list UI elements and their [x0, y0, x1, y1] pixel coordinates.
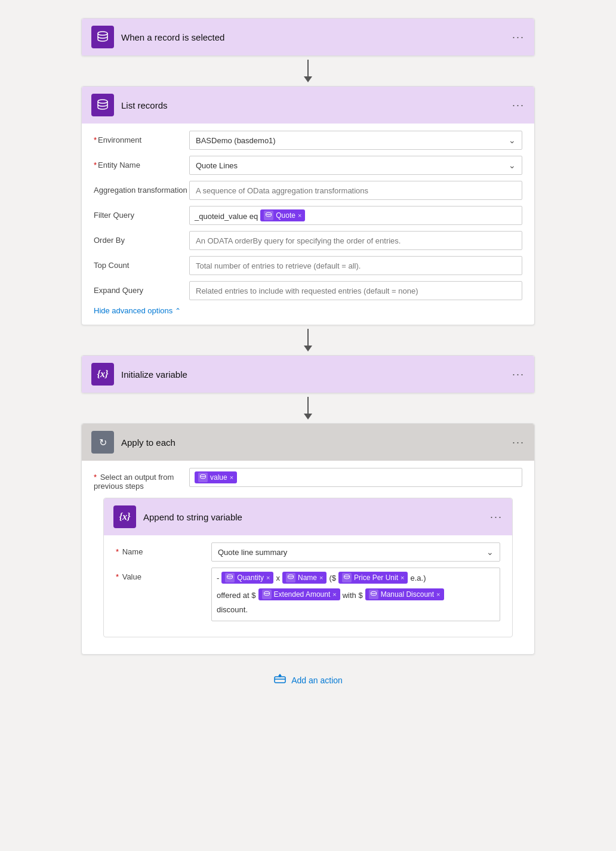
connector-arrow-3: [304, 414, 312, 420]
with-text: with $: [343, 589, 363, 600]
apply-to-each-card: ↻ Apply to each ··· * Select an output f…: [81, 423, 535, 655]
svg-point-7: [264, 591, 269, 594]
filter-query-row: Filter Query _quoteid_value eq Quote ×: [94, 206, 522, 225]
loop-icon: ↻: [99, 437, 107, 448]
append-name-label: * Name: [116, 542, 211, 556]
add-action-label: Add an action: [291, 676, 343, 685]
add-action-button[interactable]: Add an action: [264, 667, 352, 693]
filter-token-label: Quote: [276, 211, 295, 220]
append-name-row: * Name Quote line summary ⌄: [116, 542, 500, 562]
price-db-icon: [342, 573, 352, 582]
append-variable-menu[interactable]: ···: [490, 511, 503, 523]
filter-query-prefix: _quoteid_value eq: [195, 210, 258, 221]
value-token-label: value: [210, 473, 227, 482]
list-records-title: List records: [121, 100, 512, 110]
value-token-db-icon: [198, 473, 208, 482]
select-output-label: * Select an output from previous steps: [94, 468, 189, 491]
trigger-card-header: When a record is selected ···: [82, 18, 534, 56]
select-output-row: * Select an output from previous steps v…: [94, 468, 522, 491]
aggregation-label: Aggregation transformation: [94, 181, 189, 195]
discount-suffix-text: discount.: [217, 603, 248, 614]
svg-rect-9: [275, 677, 285, 683]
environment-input[interactable]: BASDemo (basdemo1) ⌄: [189, 131, 522, 150]
chevron-up-icon: ⌃: [175, 307, 181, 315]
filter-token-close[interactable]: ×: [298, 212, 301, 219]
initialize-variable-card: {x} Initialize variable ···: [81, 355, 535, 393]
top-count-input[interactable]: [189, 256, 522, 275]
trigger-menu[interactable]: ···: [512, 31, 525, 44]
initialize-variable-menu[interactable]: ···: [512, 368, 525, 381]
value-token: value ×: [195, 471, 237, 483]
suffix1-text: e.a.): [410, 572, 426, 582]
entity-name-input[interactable]: Quote Lines ⌄: [189, 156, 522, 175]
apply-to-each-title: Apply to each: [121, 437, 512, 448]
quantity-token: Quantity ×: [221, 572, 273, 584]
list-records-menu[interactable]: ···: [512, 99, 525, 112]
apply-to-each-header: ↻ Apply to each ···: [82, 424, 534, 461]
expand-query-label: Expand Query: [94, 281, 189, 295]
append-variable-card: {x} Append to string variable ··· * Name…: [103, 498, 513, 637]
apply-icon: ↻: [91, 431, 114, 454]
svg-point-1: [98, 100, 107, 103]
select-output-input[interactable]: value ×: [189, 468, 522, 487]
price-token: Price Per Unit ×: [338, 572, 408, 584]
connector-1: [304, 56, 312, 86]
aggregation-row: Aggregation transformation: [94, 181, 522, 200]
svg-point-6: [344, 575, 350, 577]
add-action-area: Add an action: [264, 667, 352, 693]
connector-line-3: [307, 397, 309, 414]
discount-db-icon: [369, 590, 378, 599]
list-records-header: List records ···: [82, 87, 534, 124]
name-token: Name ×: [282, 572, 327, 584]
price-close[interactable]: ×: [401, 574, 404, 581]
append-var-icon: {x}: [113, 505, 136, 528]
append-value-input[interactable]: - Quantity ×: [211, 568, 500, 621]
discount-close[interactable]: ×: [436, 591, 440, 598]
entity-name-label: *Entity Name: [94, 156, 189, 169]
quantity-close[interactable]: ×: [266, 574, 270, 581]
extended-db-icon: [262, 590, 272, 599]
order-by-row: Order By: [94, 231, 522, 250]
expand-query-input[interactable]: [189, 281, 522, 300]
filter-query-input[interactable]: _quoteid_value eq Quote ×: [189, 206, 522, 225]
extended-close[interactable]: ×: [332, 591, 336, 598]
dash-text: -: [217, 572, 219, 582]
connector-line-2: [307, 329, 309, 346]
extended-token: Extended Amount ×: [258, 588, 340, 600]
order-by-label: Order By: [94, 231, 189, 245]
initialize-variable-title: Initialize variable: [121, 369, 512, 380]
connector-3: [304, 393, 312, 423]
svg-point-0: [98, 32, 107, 35]
filter-query-token: Quote ×: [260, 209, 305, 221]
add-action-icon: [273, 673, 287, 687]
svg-point-4: [227, 575, 233, 577]
append-value-row: * Value -: [116, 568, 500, 621]
trigger-title: When a record is selected: [121, 32, 512, 42]
init-var-icon: {x}: [91, 363, 114, 386]
environment-label: *Environment: [94, 131, 189, 144]
value-token-close[interactable]: ×: [230, 474, 233, 481]
initialize-variable-header: {x} Initialize variable ···: [82, 356, 534, 393]
hide-advanced-link[interactable]: Hide advanced options ⌃: [94, 306, 522, 315]
name-close[interactable]: ×: [319, 574, 323, 581]
svg-point-5: [288, 575, 293, 577]
apply-to-each-menu[interactable]: ···: [512, 436, 525, 449]
filter-query-label: Filter Query: [94, 206, 189, 220]
discount-token: Manual Discount ×: [365, 588, 444, 600]
init-var-symbol: {x}: [97, 369, 108, 380]
append-variable-header: {x} Append to string variable ···: [104, 498, 512, 535]
append-value-label: * Value: [116, 568, 211, 581]
environment-chevron: ⌄: [509, 135, 516, 145]
quantity-db-icon: [225, 573, 235, 582]
page-container: When a record is selected ··· List recor…: [0, 0, 616, 851]
aggregation-input[interactable]: [189, 181, 522, 200]
append-name-input[interactable]: Quote line summary ⌄: [211, 542, 500, 562]
top-count-label: Top Count: [94, 256, 189, 270]
connector-2: [304, 325, 312, 355]
order-by-input[interactable]: [189, 231, 522, 250]
append-variable-body: * Name Quote line summary ⌄ * Value: [104, 535, 512, 637]
svg-point-2: [266, 212, 272, 215]
environment-row: *Environment BASDemo (basdemo1) ⌄: [94, 131, 522, 150]
offered-at-text: offered at $: [217, 589, 256, 600]
filter-token-db-icon: [264, 211, 273, 220]
